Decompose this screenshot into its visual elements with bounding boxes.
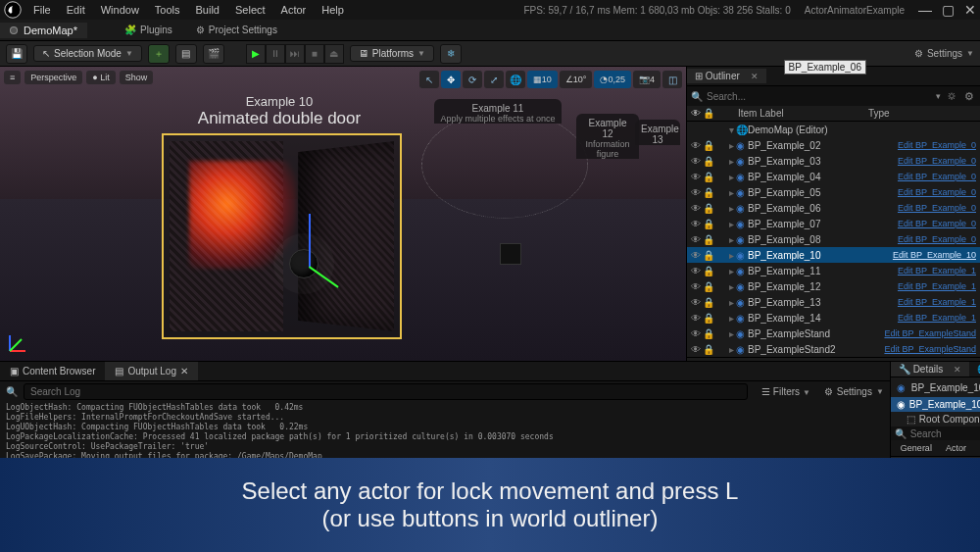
edit-blueprint-link[interactable]: Edit BP_ExampleStand bbox=[884, 344, 976, 354]
lock-toggle-icon[interactable]: 🔒 bbox=[703, 313, 714, 324]
log-filters-dropdown[interactable]: ☰ Filters ▼ bbox=[754, 384, 818, 399]
outliner-row[interactable]: 👁🔒▸◉BP_Example_04Edit BP_Example_0 bbox=[687, 169, 980, 184]
tab-output-log[interactable]: ▤ Output Log ✕ bbox=[105, 362, 197, 380]
play-button[interactable]: ▶ bbox=[246, 44, 266, 64]
edit-blueprint-link[interactable]: Edit BP_Example_0 bbox=[898, 140, 976, 150]
close-tab-icon[interactable]: ✕ bbox=[751, 72, 759, 81]
add-content-dropdown[interactable]: ＋ bbox=[148, 44, 170, 64]
grid-snap-toggle[interactable]: ▦ 10 bbox=[527, 71, 558, 88]
window-maximize-icon[interactable]: ▢ bbox=[942, 2, 955, 18]
filter-lod[interactable]: LOD bbox=[974, 442, 980, 454]
save-button[interactable]: 💾 bbox=[6, 44, 27, 64]
menu-actor[interactable]: Actor bbox=[273, 2, 315, 18]
outliner-row[interactable]: 👁🔒▸◉BP_ExampleStandEdit BP_ExampleStand bbox=[687, 326, 980, 341]
tab-content-browser[interactable]: ▣ Content Browser bbox=[0, 362, 105, 380]
expand-icon[interactable]: ▸ bbox=[714, 344, 736, 355]
visibility-toggle-icon[interactable]: 👁 bbox=[691, 187, 703, 198]
outliner-row[interactable]: 👁🔒▸◉BP_Example_10Edit BP_Example_10 bbox=[687, 247, 980, 263]
menu-window[interactable]: Window bbox=[93, 2, 147, 18]
menu-select[interactable]: Select bbox=[227, 2, 273, 18]
rotate-tool-icon[interactable]: ⟳ bbox=[463, 71, 482, 88]
tab-world-settings[interactable]: 🌐 World Settings bbox=[969, 362, 980, 376]
visibility-toggle-icon[interactable]: 👁 bbox=[691, 266, 703, 276]
scale-tool-icon[interactable]: ⤢ bbox=[484, 71, 504, 88]
lock-toggle-icon[interactable]: 🔒 bbox=[703, 187, 714, 198]
tab-details[interactable]: 🔧 Details ✕ bbox=[891, 362, 969, 376]
viewport-maximize-icon[interactable]: ◫ bbox=[662, 71, 682, 88]
edit-blueprint-link[interactable]: Edit BP_Example_0 bbox=[898, 156, 976, 166]
lock-toggle-icon[interactable]: 🔒 bbox=[703, 172, 714, 182]
viewport-perspective[interactable]: Perspective bbox=[24, 71, 82, 84]
outliner-row[interactable]: 👁🔒▸◉BP_Example_06Edit BP_Example_0 bbox=[687, 200, 980, 216]
marketplace-dropdown[interactable]: ▤ bbox=[175, 44, 197, 64]
outliner-row[interactable]: 👁🔒▸◉BP_Example_05Edit BP_Example_0 bbox=[687, 184, 980, 200]
edit-blueprint-link[interactable]: Edit BP_Example_0 bbox=[898, 172, 976, 181]
expand-icon[interactable]: ▸ bbox=[714, 281, 736, 292]
menu-build[interactable]: Build bbox=[188, 2, 227, 18]
edit-blueprint-link[interactable]: Edit BP_Example_1 bbox=[898, 266, 976, 276]
details-search-input[interactable] bbox=[910, 428, 980, 439]
component-root[interactable]: ⬚ Root Component (RootComponent) Edit in… bbox=[891, 412, 980, 427]
menu-tools[interactable]: Tools bbox=[147, 2, 188, 18]
expand-icon[interactable]: ▸ bbox=[714, 328, 736, 339]
visibility-toggle-icon[interactable]: 👁 bbox=[691, 156, 703, 167]
tab-project-settings[interactable]: ⚙ Project Settings bbox=[188, 23, 285, 37]
visibility-toggle-icon[interactable]: 👁 bbox=[691, 140, 703, 151]
level-viewport[interactable]: ≡ Perspective ● Lit Show ↖ ✥ ⟳ ⤢ 🌐 ▦ 10 … bbox=[0, 67, 686, 361]
edit-blueprint-link[interactable]: Edit BP_Example_1 bbox=[898, 297, 976, 307]
edit-blueprint-link[interactable]: Edit BP_Example_0 bbox=[898, 187, 976, 197]
lock-toggle-icon[interactable]: 🔒 bbox=[703, 140, 714, 151]
visibility-toggle-icon[interactable]: 👁 bbox=[691, 203, 703, 214]
lock-toggle-icon[interactable]: 🔒 bbox=[703, 297, 714, 308]
visibility-toggle-icon[interactable]: 👁 bbox=[691, 234, 703, 245]
filter-actor[interactable]: Actor bbox=[940, 442, 972, 454]
edit-blueprint-link[interactable]: Edit BP_Example_0 bbox=[898, 219, 976, 228]
edit-blueprint-link[interactable]: Edit BP_Example_1 bbox=[898, 281, 976, 291]
lock-toggle-icon[interactable]: 🔒 bbox=[703, 203, 714, 214]
visibility-toggle-icon[interactable]: 👁 bbox=[691, 172, 703, 182]
expand-icon[interactable]: ▸ bbox=[714, 219, 736, 229]
tab-demomap[interactable]: DemoMap* bbox=[0, 23, 87, 38]
visibility-toggle-icon[interactable]: 👁 bbox=[691, 344, 703, 355]
close-tab-icon[interactable]: ✕ bbox=[954, 365, 961, 375]
outliner-row[interactable]: 👁🔒▸◉BP_Example_14Edit BP_Example_1 bbox=[687, 310, 980, 326]
lock-toggle-icon[interactable]: 🔒 bbox=[703, 234, 714, 245]
angle-snap-toggle[interactable]: ∠ 10° bbox=[560, 71, 593, 88]
log-settings-dropdown[interactable]: ⚙ Settings ▼ bbox=[824, 386, 884, 397]
filter-icon[interactable]: ⛭ bbox=[945, 89, 958, 103]
lock-toggle-icon[interactable]: 🔒 bbox=[703, 328, 714, 339]
expand-icon[interactable]: ▸ bbox=[714, 203, 736, 214]
expand-icon[interactable]: ▸ bbox=[714, 156, 736, 167]
edit-blueprint-link[interactable]: Edit BP_Example_10 bbox=[893, 250, 976, 260]
pause-button[interactable]: ⏸ bbox=[266, 44, 285, 64]
expand-icon[interactable]: ▸ bbox=[714, 172, 736, 182]
outliner-row[interactable]: 👁🔒▸◉BP_Example_02Edit BP_Example_0 bbox=[687, 137, 980, 153]
visibility-toggle-icon[interactable]: 👁 bbox=[691, 313, 703, 324]
visibility-toggle-icon[interactable]: 👁 bbox=[691, 281, 703, 292]
visibility-toggle-icon[interactable]: 👁 bbox=[691, 250, 703, 261]
expand-icon[interactable]: ▸ bbox=[714, 266, 736, 276]
expand-icon[interactable]: ▸ bbox=[714, 250, 736, 261]
outliner-row[interactable]: 👁🔒▸◉BP_Example_07Edit BP_Example_0 bbox=[687, 216, 980, 231]
outliner-row[interactable]: 👁🔒▸◉BP_Example_11Edit BP_Example_1 bbox=[687, 263, 980, 278]
select-tool-icon[interactable]: ↖ bbox=[419, 71, 439, 88]
component-self[interactable]: ◉ BP_Example_10 (Self) bbox=[891, 397, 980, 412]
snowflake-icon[interactable]: ❄ bbox=[440, 44, 462, 64]
lock-toggle-icon[interactable]: 🔒 bbox=[703, 219, 714, 229]
translate-tool-icon[interactable]: ✥ bbox=[441, 71, 461, 88]
chevron-down-icon[interactable]: ▾ bbox=[936, 91, 941, 101]
eject-button[interactable]: ⏏ bbox=[324, 44, 344, 64]
filter-general[interactable]: General bbox=[895, 442, 938, 454]
outliner-search-input[interactable] bbox=[707, 91, 932, 102]
viewport-show[interactable]: Show bbox=[120, 71, 154, 84]
expand-icon[interactable]: ▸ bbox=[714, 187, 736, 198]
skip-button[interactable]: ⏭ bbox=[285, 44, 305, 64]
log-search-input[interactable] bbox=[24, 383, 748, 400]
outliner-root[interactable]: ▾ 🌐 DemoMap (Editor) bbox=[687, 122, 980, 137]
edit-blueprint-link[interactable]: Edit BP_ExampleStand bbox=[884, 328, 976, 338]
lock-toggle-icon[interactable]: 🔒 bbox=[703, 156, 714, 167]
column-type[interactable]: Type bbox=[868, 108, 976, 119]
selection-mode-dropdown[interactable]: ↖ Selection Mode ▼ bbox=[33, 45, 142, 62]
close-tab-icon[interactable]: ✕ bbox=[180, 366, 188, 376]
edit-blueprint-link[interactable]: Edit BP_Example_0 bbox=[898, 234, 976, 244]
